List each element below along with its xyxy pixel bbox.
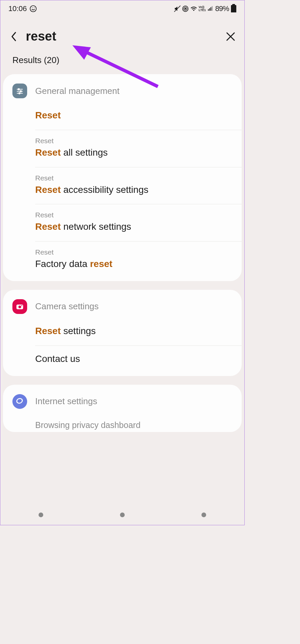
nav-back[interactable] [201, 513, 206, 517]
result-item[interactable]: Reset [3, 108, 242, 130]
wifi-icon [190, 5, 197, 12]
result-breadcrumb: Reset [35, 248, 232, 256]
svg-point-19 [19, 93, 20, 94]
svg-point-17 [20, 91, 21, 92]
status-time: 10:06 [8, 4, 27, 13]
battery-icon [231, 5, 236, 12]
nav-recents[interactable] [39, 513, 43, 517]
results-count: Results (20) [0, 55, 244, 74]
navigation-bar [0, 505, 244, 525]
result-item[interactable]: Reset Reset all settings [35, 130, 242, 167]
section-header[interactable]: Camera settings [3, 299, 242, 323]
result-title: Reset [35, 109, 232, 122]
section-title: General management [35, 86, 119, 96]
back-button[interactable] [8, 31, 19, 42]
search-input[interactable] [26, 29, 218, 44]
section-title: Internet settings [35, 396, 97, 407]
sliders-icon [12, 84, 27, 98]
section-internet-settings: Internet settings Browsing privacy dashb… [3, 385, 242, 432]
svg-rect-6 [209, 8, 210, 11]
section-title: Camera settings [35, 301, 99, 312]
volte-icon: Vo))LTE1 [199, 6, 206, 12]
section-header[interactable]: General management [3, 84, 242, 108]
section-general-management: General management Reset Reset Reset all… [3, 74, 242, 281]
section-camera-settings: Camera settings Reset settings Contact u… [3, 290, 242, 376]
search-header [0, 17, 244, 55]
result-breadcrumb: Reset [35, 137, 232, 145]
result-item[interactable]: Reset Reset network settings [35, 204, 242, 241]
battery-percent: 89% [215, 4, 229, 13]
result-title: Browsing privacy dashboard [35, 420, 232, 431]
result-title: Contact us [35, 353, 232, 365]
result-item[interactable]: Browsing privacy dashboard [3, 418, 242, 432]
result-title: Reset all settings [35, 146, 232, 159]
result-breadcrumb: Reset [35, 174, 232, 182]
mute-icon [174, 5, 181, 12]
svg-rect-5 [208, 9, 208, 11]
svg-point-22 [21, 305, 22, 306]
result-item[interactable]: Reset Factory data reset [35, 241, 242, 278]
whatsapp-icon [29, 5, 37, 12]
svg-point-2 [185, 8, 186, 9]
svg-point-15 [18, 89, 19, 90]
section-header[interactable]: Internet settings [3, 394, 242, 418]
result-item[interactable]: Reset settings [3, 323, 242, 345]
nav-home[interactable] [120, 513, 125, 517]
status-bar: 10:06 Vo))LTE1 89% [0, 0, 244, 17]
result-title: Factory data reset [35, 258, 232, 270]
signal-icon [207, 6, 214, 12]
svg-rect-8 [212, 6, 213, 11]
result-title: Reset network settings [35, 220, 232, 233]
result-title: Reset settings [35, 325, 232, 337]
svg-point-0 [30, 6, 36, 12]
camera-icon [12, 299, 27, 314]
result-item[interactable]: Reset Reset accessibility settings [35, 167, 242, 204]
svg-point-21 [18, 306, 21, 308]
svg-rect-7 [211, 7, 211, 11]
globe-icon [12, 394, 27, 409]
clear-button[interactable] [225, 31, 236, 42]
result-breadcrumb: Reset [35, 211, 232, 219]
result-item[interactable]: Contact us [35, 345, 242, 373]
hotspot-icon [182, 5, 189, 12]
result-title: Reset accessibility settings [35, 183, 232, 196]
